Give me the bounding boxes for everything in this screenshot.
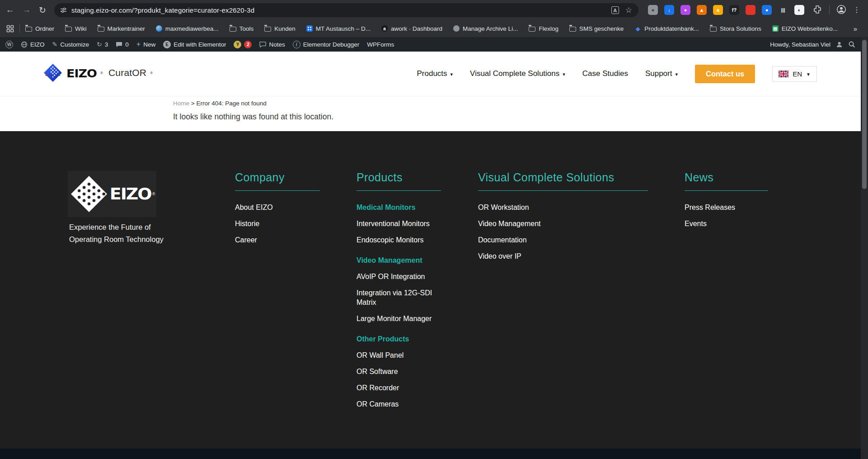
site-blue-icon [156, 25, 162, 32]
adminbar-new[interactable]: + New [136, 41, 155, 48]
nav-case-studies[interactable]: Case Studies [582, 69, 628, 78]
forward-button[interactable]: → [20, 4, 33, 16]
bookmark-item[interactable]: EIZO Webseitenko... [772, 25, 838, 32]
footer-link[interactable]: Endoscopic Monitors [357, 235, 441, 245]
footer-link[interactable]: Press Releases [685, 203, 768, 212]
url-text[interactable]: staging.eizo-or.com/?produkt_kategorie=c… [71, 6, 611, 14]
footer-link[interactable]: OR Recorder [357, 383, 441, 393]
adminbar-elementor-debugger[interactable]: i Elementor Debugger [293, 41, 360, 48]
bookmark-item[interactable]: Stora Solutions [710, 25, 761, 32]
customize-pencil-icon: ✎ [52, 41, 58, 47]
footer-link[interactable]: OR Software [357, 367, 441, 376]
adminbar-edit-with-elementor[interactable]: E Edit with Elementor [163, 41, 226, 48]
footer-link[interactable]: OR Wall Panel [357, 350, 441, 360]
bookmark-label: maxmediawerbea... [165, 25, 219, 32]
browser-menu-icon[interactable]: ⋮ [853, 5, 860, 14]
footer-tagline: Experience the Future of Operating Room … [69, 221, 164, 246]
apps-grid-icon[interactable] [6, 25, 14, 33]
bookmark-item[interactable]: awork · Dashboard [381, 25, 442, 32]
language-caret-icon: ▼ [806, 72, 811, 77]
nav-visual-complete-solutions[interactable]: Visual Complete Solutions ▾ [470, 69, 565, 78]
nav-products[interactable]: Products ▾ [417, 69, 453, 78]
footer-link[interactable]: Large Monitor Manager [357, 314, 441, 323]
site-grid-icon [306, 25, 313, 32]
wordpress-logo-icon: W [5, 41, 13, 48]
breadcrumb-home-link[interactable]: Home [173, 100, 189, 107]
footer-link[interactable]: Events [685, 219, 768, 228]
extension-icon[interactable]: ● [648, 5, 658, 15]
footer-link[interactable]: AVoIP OR Integration [357, 272, 441, 281]
bookmark-label: EIZO Webseitenko... [782, 25, 838, 32]
adminbar-site-name[interactable]: EIZO [21, 41, 45, 48]
bookmark-star-icon[interactable]: ☆ [625, 5, 632, 15]
footer-link[interactable]: About EIZO [235, 203, 320, 212]
bookmark-label: Stora Solutions [720, 25, 761, 32]
footer-logo[interactable]: EIZO® [68, 171, 156, 217]
bookmark-item[interactable]: Tools [230, 25, 254, 32]
site-sheet-icon [772, 25, 779, 32]
folder-icon [710, 27, 717, 32]
extension-icon[interactable]: ● [762, 5, 772, 15]
extension-icon[interactable]: f? [729, 5, 739, 15]
footer-registered-mark: ® [152, 192, 155, 196]
nav-support[interactable]: Support ▾ [645, 69, 678, 78]
extension-icon[interactable]: ↓ [664, 5, 674, 15]
page-scrollbar[interactable] [861, 37, 868, 459]
footer-link[interactable]: OR Cameras [357, 399, 441, 409]
bookmarks-overflow-chevron[interactable]: » [854, 25, 857, 33]
extension-icon[interactable]: a [713, 5, 723, 15]
extension-icon[interactable]: ◐ [794, 5, 804, 15]
bookmark-item[interactable]: SMS geschenke [569, 25, 624, 32]
scrollbar-thumb[interactable] [862, 40, 867, 189]
brand-wordmark: EIZO [66, 66, 97, 79]
footer-column-title: Company [235, 171, 320, 191]
bookmark-item[interactable]: Markentrainer [98, 25, 145, 32]
translate-icon[interactable]: A [611, 6, 619, 14]
bookmark-item[interactable]: Produktdatenbank... [634, 25, 699, 32]
adminbar-wpforms[interactable]: WPForms [367, 41, 394, 48]
bookmark-item[interactable]: Kunden [264, 25, 296, 32]
language-selector[interactable]: EN ▼ [772, 66, 817, 82]
bookmark-item[interactable]: Flexlog [529, 25, 558, 32]
profile-avatar-icon[interactable] [836, 5, 846, 14]
reload-button[interactable]: ↻ [36, 4, 49, 16]
site-logo[interactable]: EIZO® CuratOR® [43, 64, 153, 82]
footer-link[interactable]: Integration via 12G-SDI Matrix [357, 288, 441, 307]
folder-icon [264, 27, 271, 32]
customize-label: Customize [60, 41, 89, 48]
footer-link[interactable]: OR Workstation [478, 203, 648, 212]
search-icon[interactable] [848, 41, 855, 48]
adminbar-comments[interactable]: 0 [116, 41, 129, 48]
footer-link[interactable]: Video over IP [478, 251, 648, 261]
bookmark-item[interactable]: Wiki [65, 25, 87, 32]
extension-icon[interactable]: ▲ [697, 5, 707, 15]
puzzle-extensions-icon[interactable] [812, 5, 822, 14]
extension-icon[interactable]: ||| [778, 5, 788, 15]
address-bar[interactable]: staging.eizo-or.com/?produkt_kategorie=c… [54, 3, 638, 17]
footer-column-products: Products Medical MonitorsInterventional … [357, 171, 441, 416]
back-button[interactable]: ← [4, 4, 16, 16]
chevron-down-icon: ▾ [675, 71, 678, 77]
bookmark-item[interactable]: MT Austausch – D... [306, 25, 371, 32]
adminbar-updates[interactable]: ↻ 3 [97, 41, 108, 48]
contact-us-button[interactable]: Contact us [695, 65, 755, 83]
bookmark-item[interactable]: Ordner [25, 25, 54, 32]
footer-link[interactable]: Interventional Monitors [357, 219, 441, 228]
adminbar-customize[interactable]: ✎ Customize [52, 41, 89, 48]
bookmark-item[interactable]: Manage Archive Li... [453, 25, 518, 32]
footer-link-list: OR WorkstationVideo ManagementDocumentat… [478, 203, 648, 261]
bookmark-item[interactable]: maxmediawerbea... [156, 25, 219, 32]
adminbar-site-label: EIZO [30, 41, 45, 48]
tune-icon[interactable] [60, 7, 67, 14]
footer-link[interactable]: Video Management [478, 219, 648, 228]
footer-link[interactable]: Historie [235, 219, 320, 228]
adminbar-notes[interactable]: Notes [259, 41, 285, 48]
footer-subheading: Medical Monitors [357, 203, 441, 212]
wp-logo-menu[interactable]: W [5, 41, 13, 48]
adminbar-account[interactable]: Howdy, Sebastian Viel [770, 41, 855, 48]
adminbar-yoast[interactable]: Y 2 [234, 41, 252, 48]
extension-icon[interactable]: ● [680, 5, 690, 15]
footer-link[interactable]: Documentation [478, 235, 648, 245]
footer-link[interactable]: Career [235, 235, 320, 245]
extension-icon[interactable] [746, 5, 755, 15]
